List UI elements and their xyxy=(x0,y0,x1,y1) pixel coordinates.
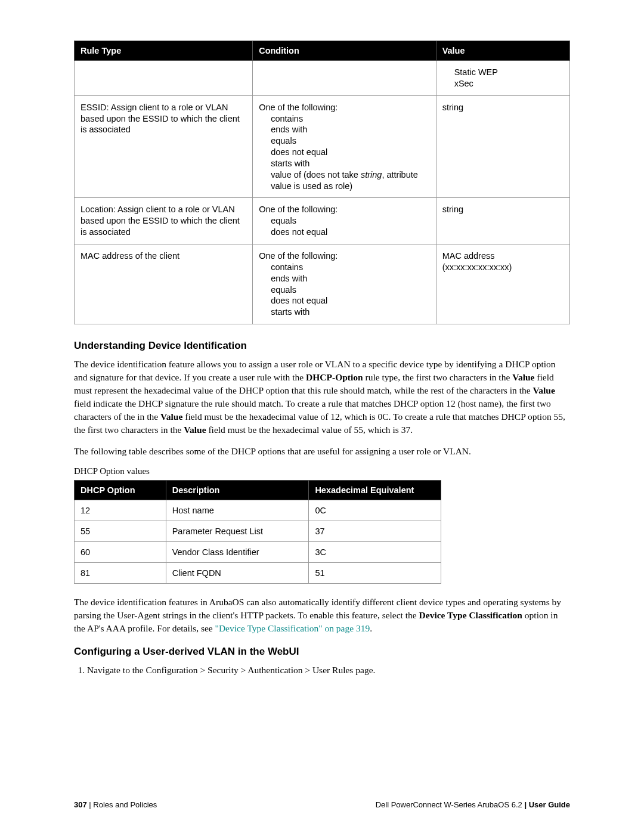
cond-item: does not equal xyxy=(271,147,327,157)
cond-item: equals xyxy=(271,285,296,295)
page-footer: 307 | Roles and Policies Dell PowerConne… xyxy=(74,800,570,809)
cond-item: equals xyxy=(271,136,296,145)
cell-opt: 81 xyxy=(75,563,166,584)
dhcp-th-option: DHCP Option xyxy=(75,481,166,500)
footer-guide: | User Guide xyxy=(524,800,570,809)
cond-item: does not equal xyxy=(271,296,327,305)
page-number: 307 xyxy=(74,800,87,809)
cond-head: One of the following: xyxy=(259,103,338,112)
cond-head: One of the following: xyxy=(259,251,338,261)
table-row: 60 Vendor Class Identifier 3C xyxy=(75,542,441,563)
cell-desc: Vendor Class Identifier xyxy=(166,542,309,563)
rules-th-condition: Condition xyxy=(253,41,436,61)
cell-value: string xyxy=(436,95,569,198)
cond-item: equals xyxy=(271,216,296,225)
heading-device-identification: Understanding Device Identification xyxy=(74,340,570,352)
cell-value-line: Static WEP xyxy=(454,67,498,77)
cell-rule: MAC address of the client xyxy=(75,244,253,324)
table-caption: DHCP Option values xyxy=(74,466,570,476)
cell-hex: 3C xyxy=(309,542,441,563)
cell-hex: 51 xyxy=(309,563,441,584)
paragraph: The device identification feature allows… xyxy=(74,358,570,436)
cell-opt: 60 xyxy=(75,542,166,563)
cond-item: does not equal xyxy=(271,227,327,237)
cell-rule: ESSID: Assign client to a role or VLAN b… xyxy=(75,95,253,198)
dhcp-th-description: Description xyxy=(166,481,309,500)
cell-value: MAC address (xx:xx:xx:xx:xx:xx) xyxy=(436,244,569,324)
cond-head: One of the following: xyxy=(259,205,338,214)
footer-product: Dell PowerConnect W-Series ArubaOS 6.2 xyxy=(376,800,525,809)
cond-item: starts with xyxy=(271,307,309,317)
heading-configuring-vlan-webui: Configuring a User-derived VLAN in the W… xyxy=(74,646,570,658)
table-row: MAC address of the client One of the fol… xyxy=(75,244,570,324)
rules-table: Rule Type Condition Value Static WEP xSe… xyxy=(74,41,570,324)
rules-th-ruletype: Rule Type xyxy=(75,41,253,61)
cell-opt: 55 xyxy=(75,521,166,542)
list-item: Navigate to the Configuration > Security… xyxy=(87,664,570,677)
link-device-type-classification[interactable]: "Device Type Classification" on page 319 xyxy=(215,623,370,633)
table-row: ESSID: Assign client to a role or VLAN b… xyxy=(75,95,570,198)
dhcp-th-hex: Hexadecimal Equivalent xyxy=(309,481,441,500)
cell-rule: Location: Assign client to a role or VLA… xyxy=(75,198,253,244)
table-row: 12 Host name 0C xyxy=(75,500,441,521)
cell-value-line: xSec xyxy=(454,79,473,88)
table-row: Location: Assign client to a role or VLA… xyxy=(75,198,570,244)
footer-section: | Roles and Policies xyxy=(87,800,157,809)
steps-list: Navigate to the Configuration > Security… xyxy=(74,664,570,677)
paragraph: The device identification features in Ar… xyxy=(74,596,570,635)
paragraph: The following table describes some of th… xyxy=(74,445,570,458)
cell-hex: 0C xyxy=(309,500,441,521)
cond-item: contains xyxy=(271,262,303,272)
cell-desc: Client FQDN xyxy=(166,563,309,584)
table-row: Static WEP xSec xyxy=(75,61,570,96)
rules-th-value: Value xyxy=(436,41,569,61)
cell-desc: Host name xyxy=(166,500,309,521)
table-row: 55 Parameter Request List 37 xyxy=(75,521,441,542)
cond-item: ends with xyxy=(271,125,307,134)
cond-item: starts with xyxy=(271,159,309,168)
table-row: 81 Client FQDN 51 xyxy=(75,563,441,584)
cell-hex: 37 xyxy=(309,521,441,542)
cell-opt: 12 xyxy=(75,500,166,521)
dhcp-options-table: DHCP Option Description Hexadecimal Equi… xyxy=(74,480,441,584)
cond-item: ends with xyxy=(271,274,307,283)
cell-value: string xyxy=(436,198,569,244)
cond-item: contains xyxy=(271,114,303,123)
cond-item-special: value of (does not take string, attribut… xyxy=(271,170,418,191)
cell-desc: Parameter Request List xyxy=(166,521,309,542)
